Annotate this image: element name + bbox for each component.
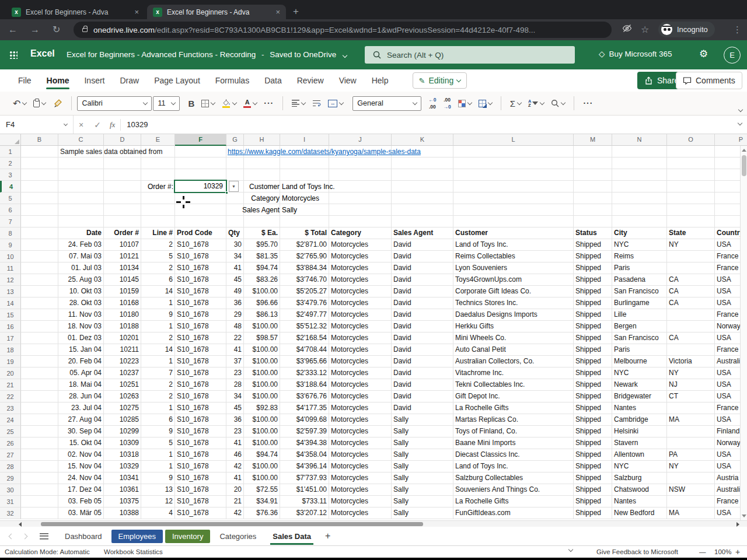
cell[interactable]: [21, 239, 58, 251]
cell[interactable]: 10159: [104, 286, 141, 298]
cell[interactable]: [612, 169, 667, 181]
cell[interactable]: [612, 204, 667, 216]
fill-color-button[interactable]: [222, 99, 236, 108]
cell[interactable]: $100.00: [244, 344, 280, 356]
row-header-17[interactable]: 17: [0, 332, 21, 344]
cell[interactable]: David: [392, 286, 453, 298]
cell[interactable]: S10_1678: [175, 402, 226, 414]
row-header-28[interactable]: 28: [0, 461, 21, 473]
horizontal-scrollbar[interactable]: [0, 520, 747, 527]
cell[interactable]: Motorcycles: [329, 379, 392, 391]
cell[interactable]: 6: [141, 414, 175, 426]
cell[interactable]: [574, 204, 612, 216]
row-header-24[interactable]: 24: [0, 414, 21, 426]
cell[interactable]: CA: [667, 298, 715, 309]
cell[interactable]: [104, 192, 141, 204]
vertical-scrollbar[interactable]: [740, 146, 747, 520]
cell[interactable]: MA: [667, 414, 715, 426]
row-header-1[interactable]: 1: [0, 146, 21, 158]
cell[interactable]: 7: [141, 368, 175, 379]
cell[interactable]: [612, 216, 667, 228]
sales-agent-value[interactable]: Sally: [282, 204, 297, 216]
cell[interactable]: S10_1678: [175, 426, 226, 438]
cell[interactable]: Shipped: [574, 239, 612, 251]
cell[interactable]: Melbourne: [612, 356, 667, 368]
ribbon-more-options[interactable]: ···: [583, 99, 593, 108]
settings-gear-icon[interactable]: ⚙: [699, 48, 708, 60]
cell[interactable]: [612, 192, 667, 204]
cell[interactable]: $3'207.12: [280, 508, 329, 519]
cell[interactable]: $4'177.35: [280, 402, 329, 414]
horizontal-scroll-thumb[interactable]: [41, 522, 423, 526]
cell[interactable]: [21, 158, 58, 169]
cell[interactable]: $100.00: [244, 438, 280, 449]
app-launcher-icon[interactable]: [9, 51, 18, 59]
cell[interactable]: 10237: [104, 368, 141, 379]
cell[interactable]: Shipped: [574, 391, 612, 402]
cell[interactable]: 46: [226, 449, 244, 461]
cell[interactable]: S10_1678: [175, 309, 226, 321]
cell[interactable]: NSW: [667, 484, 715, 496]
category-value[interactable]: Motorcycles: [282, 192, 319, 204]
find-button[interactable]: [551, 99, 565, 107]
cell[interactable]: Motorcycles: [329, 449, 392, 461]
cell[interactable]: Australian Collectors, Co.: [453, 356, 574, 368]
cell[interactable]: $100.00: [244, 414, 280, 426]
cell[interactable]: [58, 158, 104, 169]
cell[interactable]: Shipped: [574, 332, 612, 344]
cell[interactable]: Motorcycles: [329, 368, 392, 379]
cell[interactable]: [667, 426, 715, 438]
cell[interactable]: Shipped: [574, 402, 612, 414]
cell[interactable]: 28: [226, 379, 244, 391]
row-header-12[interactable]: 12: [0, 274, 21, 286]
cell[interactable]: [21, 473, 58, 484]
cell[interactable]: Souveniers And Things Co.: [453, 484, 574, 496]
cell[interactable]: [392, 204, 453, 216]
cell[interactable]: 20: [226, 484, 244, 496]
cell[interactable]: Qty: [226, 228, 244, 239]
cell[interactable]: S10_1678: [175, 508, 226, 519]
cell[interactable]: [453, 204, 574, 216]
row-header-7[interactable]: 7: [0, 216, 21, 228]
cell[interactable]: $100.00: [244, 391, 280, 402]
cell[interactable]: 29: [226, 309, 244, 321]
cell[interactable]: Gift Depot Inc.: [453, 391, 574, 402]
kaggle-hyperlink[interactable]: https://www.kaggle.com/datasets/kyanyoga…: [228, 146, 421, 158]
cell[interactable]: S10_1678: [175, 391, 226, 402]
cell[interactable]: NYC: [612, 239, 667, 251]
cell[interactable]: FunGiftIdeas.com: [453, 508, 574, 519]
selected-cell-F4[interactable]: 10329: [174, 180, 227, 193]
format-painter-button[interactable]: [53, 99, 62, 108]
cell[interactable]: 10341: [104, 473, 141, 484]
cell[interactable]: Chatswood: [612, 484, 667, 496]
cell[interactable]: Motorcycles: [329, 321, 392, 332]
cell[interactable]: 45: [226, 274, 244, 286]
cell[interactable]: 18. Nov 03: [58, 321, 104, 332]
cell[interactable]: [667, 251, 715, 262]
cell[interactable]: NYC: [612, 368, 667, 379]
cell[interactable]: S10_1678: [175, 239, 226, 251]
cell[interactable]: [104, 216, 141, 228]
menu-page-layout[interactable]: Page Layout: [146, 69, 208, 92]
buy-microsoft-365-button[interactable]: ◇ Buy Microsoft 365: [599, 49, 672, 58]
cell[interactable]: S10_1678: [175, 332, 226, 344]
customer-value[interactable]: Land of Toys Inc.: [282, 181, 335, 192]
cell[interactable]: S10_1678: [175, 368, 226, 379]
cell[interactable]: 10188: [104, 321, 141, 332]
cell[interactable]: Martas Replicas Co.: [453, 414, 574, 426]
note-cell-text[interactable]: Sample sales data obtained from: [60, 146, 162, 158]
cell[interactable]: 10388: [104, 508, 141, 519]
cell[interactable]: Toys4GrownUps.com: [453, 274, 574, 286]
cell[interactable]: [141, 216, 175, 228]
sort-filter-button[interactable]: AZ: [528, 99, 544, 107]
cell[interactable]: [226, 169, 244, 181]
cell[interactable]: Diecast Classics Inc.: [453, 449, 574, 461]
cell[interactable]: Newark: [612, 379, 667, 391]
cell[interactable]: [226, 216, 244, 228]
column-header-K[interactable]: K: [392, 134, 453, 146]
cell[interactable]: S10_1678: [175, 356, 226, 368]
row-header-8[interactable]: 8: [0, 228, 21, 239]
cell[interactable]: David: [392, 332, 453, 344]
cell[interactable]: 10201: [104, 332, 141, 344]
cell[interactable]: [141, 158, 175, 169]
